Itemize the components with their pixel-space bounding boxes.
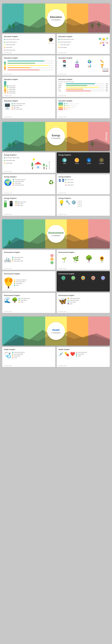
svg-point-16 [106, 42, 108, 44]
dc-label-3: 03 [83, 280, 83, 281]
edu-item-3: Lorem ipsum dolor [4, 44, 54, 45]
health-items-1: Lorem ipsum dolor sit Lorem ipsum dolor … [12, 351, 54, 359]
book-item-4: RedLorem [64, 108, 108, 110]
energy-slide-logo-4: GFXTRA.COM [58, 192, 66, 194]
svg-point-13 [99, 38, 101, 40]
book-item-2: GreenLorem ipsum dolor [64, 105, 108, 106]
icon-globe: 🌍 [83, 60, 95, 63]
solar-info: Lorem ipsum Lorem ipsum Lorem ipsum [65, 178, 108, 186]
svg-marker-31 [31, 162, 33, 164]
dc-3: 🌍 03 [81, 276, 85, 281]
h2-item-3: Lorem [76, 355, 108, 356]
env-slides-row1: Environment Graphic 🚲 Lorem ipsum dolor … [2, 250, 110, 270]
env-slides-row3: Environment Graphic 🌊 🌳 Lorem ipsum dolo… [2, 293, 110, 313]
plant-label-4: Lorem [100, 262, 103, 263]
pencil-body [4, 81, 6, 92]
kbar-5: Amet 65% [58, 90, 108, 92]
plant-icon-1: 🌱 [62, 257, 67, 262]
sc6 [60, 180, 61, 182]
autumn-tree [4, 276, 13, 290]
energy-slide-2-title: Energy Graphics [58, 154, 108, 156]
svg-rect-8 [98, 25, 99, 28]
env-slide-logo-3: GFXTRA.COM [4, 290, 12, 291]
env-cover-subtitle: & Infographic [51, 235, 60, 236]
health-cover: Health & Infographic [2, 316, 110, 346]
stat-circle-1: A [50, 254, 54, 257]
solar-grid-2 [62, 179, 64, 182]
p5-item-2: Lorem ipsum [7, 87, 54, 88]
kbar-3: Dolor 85% [58, 87, 108, 88]
sc10 [62, 180, 63, 182]
globe-content: 🌍 Lorem ipsum dolor sit Lorem ipsum dolo… [4, 178, 54, 186]
energy-slide-5: Energy Graphics 📱 30% Lorem ipsum 40% Lo… [2, 196, 55, 216]
water-label: WATER [87, 163, 91, 164]
tree-icon-5: 🌳 [12, 297, 18, 303]
education-slides-row3: Education Graphic Lorem ipsum Lorem ipsu… [2, 77, 110, 97]
h1-item-1: Lorem ipsum dolor sit [12, 352, 54, 353]
pencil-info: Lorem ipsum Lorem ipsum Lorem ipsum Lore… [7, 85, 54, 94]
health-slide-1-title: Health Graphic [4, 349, 54, 350]
g-item-3: Lorem ipsum [13, 182, 48, 184]
plant-label-2: Lorem [75, 262, 77, 263]
tool-item-1: ① step 01 [77, 200, 108, 202]
kbar-label-1: Lorem [58, 83, 65, 84]
svg-rect-28 [37, 166, 39, 168]
svg-line-39 [49, 161, 51, 163]
book-item-3: OrangeLorem ipsum [64, 106, 108, 108]
gap-energy-environment [0, 216, 112, 218]
plant-icon-2: 🌿 [73, 256, 79, 262]
dc-label-1: 01 [63, 280, 64, 281]
house-trees-svg [31, 158, 54, 171]
bar-4 [8, 67, 54, 68]
bike-items: Lorem ipsum dolor Lorem ipsum Lorem ipsu… [12, 256, 50, 262]
env-slide-6: Environment Graphic 🦋 Lorem ipsum dolor … [57, 293, 110, 313]
wrench-icon: 🔧 [65, 200, 70, 208]
sc12 [64, 180, 64, 182]
g-item-4: Lorem ipsum amet [13, 184, 48, 186]
recycle-icon: ♻️ [49, 180, 54, 185]
kbar-label-2: Ipsum [58, 85, 65, 86]
health-items-2: Lorem ipsum dolor Lorem ipsum Lorem [76, 351, 108, 357]
slide-logo-4: GFXTRA.COM [58, 74, 66, 75]
edu-item-4: Lorem ipsum [4, 47, 54, 48]
monitor-content: 🖥️ 25% Lorem ipsum dolor 35% Lorem ipsum… [4, 102, 54, 110]
stat-circle-2: B [50, 258, 54, 261]
house-scene: Lorem ipsum dolor sit amet Lorem ipsum d… [4, 156, 54, 171]
edu-slide-7-title: Education Graphic [4, 100, 54, 102]
icon-book: 📚 [58, 60, 70, 63]
dc-circle-2: 🍃 [71, 276, 75, 280]
stat-circle-3: C [50, 261, 54, 264]
wind-icon-circle: 💨 [62, 158, 67, 162]
energy-slide-2: Energy Graphics 💨 WIND ☀️ SOLAR 💧 WATER … [57, 152, 110, 173]
slide-logo-5: GFXTRA.COM [4, 95, 12, 96]
svg-line-38 [48, 161, 49, 163]
health-slide-2: Health Graphic 💉 💊 ❤️ Lorem ipsum dolor … [57, 347, 110, 367]
dc-2: 🍃 02 [71, 276, 75, 281]
bat-item-1: 30% Lorem ipsum [16, 201, 54, 202]
tool-item-3: ③ step 03 [77, 204, 108, 205]
sc11 [63, 180, 63, 182]
svg-point-14 [106, 38, 108, 39]
plants-row: 🌱 Lorem 🌿 Lorem 🌳 Lorem 🌻 Lorem [58, 255, 108, 263]
p5-item-3: Lorem ipsum [7, 89, 54, 90]
bar-list [8, 60, 54, 71]
energy-slide-1: Energy Graphics [2, 152, 55, 173]
book-item-1: TealLorem ipsum dolor sit amet [64, 103, 108, 104]
pencil-illustration [4, 62, 6, 71]
sc5 [60, 180, 60, 182]
bf-item-2: Lorem ipsum dolor [68, 300, 108, 301]
edu-slide-3: Education Graphic GFXTRA.COM [2, 56, 55, 76]
energy-slide-5-title: Energy Graphics [4, 198, 54, 199]
wt-item-1: Lorem ipsum dolor [19, 298, 54, 299]
dc-label-4: 04 [92, 280, 93, 281]
icon-atom: ⚛️ [71, 64, 83, 68]
tree-item-3: Lorem ipsum [14, 283, 54, 284]
edu-slide-6: Education Graphic Education Infographic … [57, 77, 110, 97]
bf-item-1: Lorem ipsum dolor sit [68, 298, 108, 299]
slide-logo-3: GFXTRA.COM [4, 74, 12, 75]
slide-logo-6: GFXTRA.COM [58, 95, 66, 96]
energy-slide-4: Energy Graphics [57, 174, 110, 194]
biomass-label: BIOMASS [99, 163, 104, 164]
env-slide-2: Environment Graphic 🌱 Lorem 🌿 Lorem 🌳 Lo… [57, 250, 110, 270]
edu-slide-8-title: Education Graphic [58, 100, 108, 102]
